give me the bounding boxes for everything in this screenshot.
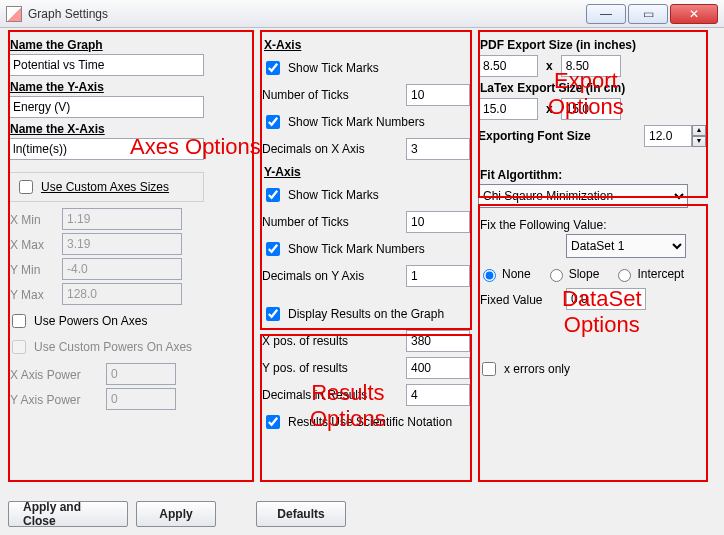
- axes-options-panel: Name the Graph Name the Y-Axis Name the …: [8, 34, 254, 487]
- xmin-label: X Min: [10, 213, 56, 227]
- results-xpos-label: X pos. of results: [262, 334, 348, 348]
- yaxis-decimals-input[interactable]: [406, 265, 470, 287]
- ymin-label: Y Min: [10, 263, 56, 277]
- minimize-button[interactable]: —: [586, 4, 626, 24]
- results-ypos-label: Y pos. of results: [262, 361, 348, 375]
- xaxis-decimals-input[interactable]: [406, 138, 470, 160]
- radio-slope[interactable]: Slope: [545, 266, 600, 282]
- x-errors-only-label: x errors only: [504, 362, 570, 376]
- xaxis-show-nums-checkbox[interactable]: [266, 115, 280, 129]
- xaxis-num-ticks-input[interactable]: [406, 84, 470, 106]
- name-x-input[interactable]: [8, 138, 204, 160]
- use-powers-label: Use Powers On Axes: [34, 314, 147, 328]
- results-ypos-input[interactable]: [406, 357, 470, 379]
- x-power-label: X Axis Power: [10, 368, 100, 382]
- xaxis-header: X-Axis: [264, 38, 470, 52]
- axis-results-panel: X-Axis Show Tick Marks Number of Ticks S…: [262, 34, 470, 487]
- name-graph-label: Name the Graph: [10, 38, 254, 52]
- spinner-down-icon[interactable]: ▼: [692, 136, 706, 147]
- spinner-up-icon[interactable]: ▲: [692, 125, 706, 136]
- apply-and-close-button[interactable]: Apply and Close: [8, 501, 128, 527]
- results-xpos-input[interactable]: [406, 330, 470, 352]
- results-sci-label: Results Use Scientific Notation: [288, 415, 452, 429]
- yaxis-show-nums-label: Show Tick Mark Numbers: [288, 242, 425, 256]
- x-errors-only-checkbox[interactable]: [482, 362, 496, 376]
- name-x-label: Name the X-Axis: [10, 122, 254, 136]
- ymin-input: [62, 258, 182, 280]
- yaxis-show-ticks-label: Show Tick Marks: [288, 188, 379, 202]
- dataset-select[interactable]: DataSet 1: [566, 234, 686, 258]
- xaxis-show-ticks-label: Show Tick Marks: [288, 61, 379, 75]
- xaxis-show-ticks-checkbox[interactable]: [266, 61, 280, 75]
- yaxis-show-ticks-checkbox[interactable]: [266, 188, 280, 202]
- yaxis-header: Y-Axis: [264, 165, 470, 179]
- xmax-input: [62, 233, 182, 255]
- ymax-input: [62, 283, 182, 305]
- use-custom-powers-label: Use Custom Powers On Axes: [34, 340, 192, 354]
- fixed-value-input[interactable]: [566, 288, 646, 310]
- display-results-label: Display Results on the Graph: [288, 307, 444, 321]
- latex-export-label: LaTex Export Size (in cm): [480, 81, 706, 95]
- radio-none[interactable]: None: [478, 266, 531, 282]
- xaxis-decimals-label: Decimals on X Axis: [262, 142, 365, 156]
- yaxis-num-ticks-input[interactable]: [406, 211, 470, 233]
- yaxis-num-ticks-label: Number of Ticks: [262, 215, 349, 229]
- pdf-export-label: PDF Export Size (in inches): [480, 38, 706, 52]
- times-icon: x: [544, 102, 555, 116]
- apply-button[interactable]: Apply: [136, 501, 216, 527]
- results-decimals-input[interactable]: [406, 384, 470, 406]
- name-y-label: Name the Y-Axis: [10, 80, 254, 94]
- use-custom-axes-sizes-checkbox[interactable]: [19, 180, 33, 194]
- close-button[interactable]: ✕: [670, 4, 718, 24]
- export-font-input[interactable]: [644, 125, 692, 147]
- window-title: Graph Settings: [28, 7, 584, 21]
- pdf-width-input[interactable]: [478, 55, 538, 77]
- defaults-button[interactable]: Defaults: [256, 501, 346, 527]
- y-power-label: Y Axis Power: [10, 393, 100, 407]
- xmax-label: X Max: [10, 238, 56, 252]
- app-icon: [6, 6, 22, 22]
- export-dataset-panel: PDF Export Size (in inches) x LaTex Expo…: [478, 34, 706, 487]
- display-results-checkbox[interactable]: [266, 307, 280, 321]
- export-font-label: Exporting Font Size: [478, 129, 591, 143]
- fit-algo-label: Fit Algortithm:: [480, 168, 706, 182]
- results-decimals-label: Decimals in Results: [262, 388, 367, 402]
- pdf-height-input[interactable]: [561, 55, 621, 77]
- y-power-input: [106, 388, 176, 410]
- use-powers-checkbox[interactable]: [12, 314, 26, 328]
- times-icon: x: [544, 59, 555, 73]
- latex-height-input[interactable]: [561, 98, 621, 120]
- fix-value-label: Fix the Following Value:: [480, 218, 706, 232]
- radio-intercept[interactable]: Intercept: [613, 266, 684, 282]
- use-custom-axes-sizes-label: Use Custom Axes Sizes: [41, 180, 169, 194]
- x-power-input: [106, 363, 176, 385]
- maximize-button[interactable]: ▭: [628, 4, 668, 24]
- results-sci-checkbox[interactable]: [266, 415, 280, 429]
- fit-algo-select[interactable]: Chi Sqaure Minimization: [478, 184, 688, 208]
- xmin-input: [62, 208, 182, 230]
- export-font-spinner[interactable]: ▲ ▼: [644, 125, 706, 147]
- name-graph-input[interactable]: [8, 54, 204, 76]
- xaxis-show-nums-label: Show Tick Mark Numbers: [288, 115, 425, 129]
- xaxis-num-ticks-label: Number of Ticks: [262, 88, 349, 102]
- ymax-label: Y Max: [10, 288, 56, 302]
- fixed-value-label: Fixed Value: [480, 293, 560, 307]
- latex-width-input[interactable]: [478, 98, 538, 120]
- yaxis-show-nums-checkbox[interactable]: [266, 242, 280, 256]
- yaxis-decimals-label: Decimals on Y Axis: [262, 269, 364, 283]
- use-custom-powers-checkbox: [12, 340, 26, 354]
- name-y-input[interactable]: [8, 96, 204, 118]
